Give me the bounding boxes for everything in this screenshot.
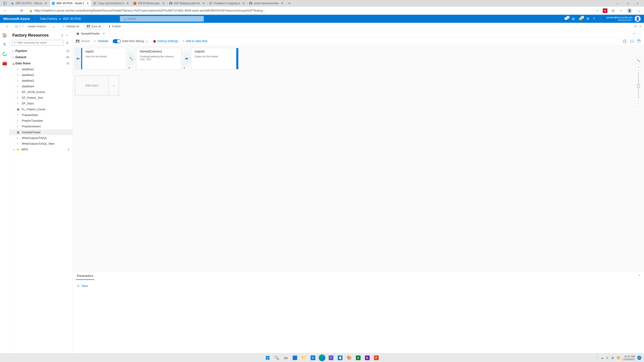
tree-item-dataflow1[interactable]: ᚼdataflow1 [10,66,72,72]
wifi-icon[interactable]: 📶 [617,356,620,359]
browser-tab-5[interactable]: Flowlets in mapping d ✕ [208,0,247,6]
tree-item-prepfortranslate[interactable]: ᚼPrepforTranslate [10,118,72,124]
section-dataflows[interactable]: ◢ Data flows 15 [10,60,72,66]
close-icon[interactable]: ✕ [103,32,105,35]
battery-icon[interactable]: 🔋 [606,356,609,359]
excel-button[interactable]: X [355,355,362,361]
tray-expand-icon[interactable]: ⌃ [596,356,598,359]
chevron-down-icon[interactable]: ⌄ [108,76,118,95]
tree-item-dataflow3[interactable]: ᚼdataflow3 [10,78,72,84]
azure-brand[interactable]: Microsoft Azure [3,17,30,21]
minimize-button[interactable]: — [612,0,622,7]
more-icon[interactable]: ⋯ [638,32,641,35]
azure-search[interactable]: 🔍 [120,16,204,22]
search-button[interactable]: 🔍 [273,355,280,361]
task-view-button[interactable]: ▭ [282,355,289,361]
tree-item-writeoutputstosql[interactable]: ᚼWriteOutputsToSQL [10,135,72,141]
close-icon[interactable]: ✕ [242,1,245,5]
forward-button[interactable]: → [10,8,16,14]
validate-all-button[interactable]: ✓ Validate all [60,24,81,29]
adblock-icon[interactable]: 11 [603,8,608,13]
favorites-icon[interactable]: ✩ [619,8,624,13]
start-button[interactable] [264,355,271,361]
code-icon[interactable]: { } [630,39,634,43]
add-input-button[interactable]: Add Input ⌄ [75,75,119,95]
expand-icon[interactable]: ⤢ [633,32,635,35]
tree-item-df_patient_test[interactable]: ᚼDF_Patient_Test [10,95,72,101]
expand-rail-icon[interactable]: » [2,25,12,28]
settings-icon[interactable]: ⚙ [586,17,589,21]
search-canvas-button[interactable]: 🔍 [636,58,641,63]
preview-icon[interactable]: 🗔 [637,39,641,43]
outlook-button[interactable]: O [310,355,316,361]
back-button[interactable]: ← [2,8,8,14]
tab-parameters[interactable]: Parameters [76,272,94,280]
tree-item-writeoutputstosql_new[interactable]: ᚼWriteOutputsToSQL_New [10,141,72,147]
notifications-icon[interactable]: 🔔2 [578,17,582,21]
tree-item-fl_patient_cache[interactable]: ▦FL_Patient_Cache [10,106,72,112]
zoom-in-button[interactable]: + [636,64,641,70]
close-icon[interactable]: ✕ [86,1,90,5]
section-dataset[interactable]: ▷ Dataset 56 [10,54,72,60]
manage-icon[interactable]: 🧰 [2,60,8,66]
close-icon[interactable]: ✕ [280,1,284,5]
powerpoint-button[interactable]: P [373,355,380,361]
notification-count[interactable]: 20 [637,356,641,360]
directories-icon[interactable]: ⊞ [572,17,575,21]
browser-tab-0[interactable]: ADF-JO-POC - Micros ✕ [9,0,50,6]
tab-manager-button[interactable] [1,0,9,7]
teams-button[interactable]: T [328,355,334,361]
close-icon[interactable]: ✕ [202,1,206,5]
home-icon[interactable]: 🏠 [2,32,8,38]
zoom-slider[interactable] [638,72,639,99]
pin-icon[interactable]: ⟨⟩ [60,33,64,37]
clock[interactable]: 10:47 AM 11/24/2021 [622,355,635,361]
help-icon[interactable]: ? [593,17,595,21]
browser-tab-3[interactable]: P PM DI Mocks.pptx ✕ [132,0,167,6]
flow-canvas[interactable]: input1 Input for the flowlet. + DerivedC… [72,45,644,271]
close-icon[interactable]: ✕ [44,1,48,5]
browser-tab-6[interactable]: azure-docs/overview ✕ [248,0,286,6]
copy-icon[interactable]: 📋 [622,39,627,43]
delete-icon[interactable]: 🗑 [639,25,642,28]
tree-item-preparedata[interactable]: ᚼPrepareData [10,112,72,118]
reader-icon[interactable]: ✩ [596,9,598,12]
feedback-icon[interactable]: 👤 [598,17,603,21]
publish-button[interactable]: ⬆ Publish [106,24,122,29]
browser-tab-2[interactable]: Copy and transform d ✕ [92,0,131,6]
edge-button[interactable] [319,355,325,361]
paint-button[interactable]: 🎨 [346,355,352,361]
tree-item-df_stars[interactable]: ᚼDF_Stars [10,101,72,106]
debug-toggle[interactable]: Data flow debug [113,39,148,43]
save-all-button[interactable]: 💾 Save all [84,24,103,29]
branch-selector[interactable]: master branch ⌄ [25,24,57,29]
close-icon[interactable]: ✕ [126,1,130,5]
refresh-button[interactable]: ⟳ [19,8,25,14]
zoom-out-button[interactable]: − [636,101,641,107]
close-icon[interactable]: ✕ [162,1,165,5]
folder-wps[interactable]: ▷ 📁 WPS 1 [10,147,72,152]
onedrive-icon[interactable]: ☁ [601,356,604,359]
collapse-panel-icon[interactable]: ⌃ [638,274,641,278]
collapse-icon[interactable]: « [64,33,69,37]
tree-item-prepsentiment[interactable]: ᚼPrepSentiment [10,124,72,129]
user-menu[interactable]: joowen@microsoft.com MICROSOFT 👤 [606,16,641,22]
tree-item-dataflow2[interactable]: ᚼdataflow2 [10,72,72,78]
panel-resize-handle[interactable]: ▬ [356,270,361,271]
node-input1[interactable]: input1 Input for the flowlet. + [81,48,126,69]
new-parameter-button[interactable]: + New [77,284,639,288]
vscode-button[interactable] [337,355,344,361]
tree-item-df_json_events[interactable]: ᚼDF_JSON_Events [10,89,72,95]
menu-icon[interactable]: ⋯● [636,8,640,13]
node-derivedcolumn1[interactable]: DerivedColumn1 Creating/updating the col… [136,48,182,69]
node-output1[interactable]: output1 Output for the flowlet. [191,48,236,69]
extensions-icon[interactable] [611,8,616,13]
browser-tab-4[interactable]: ADF Mapping data flo ✕ [168,0,207,6]
debug-settings-button[interactable]: 🐞 Debug Settings [152,39,178,43]
onenote-button[interactable]: N [364,355,371,361]
maximize-button[interactable]: ▢ [622,0,632,7]
filter-text-input[interactable] [17,41,62,44]
section-pipeline[interactable]: ▷ Pipeline 15 [10,48,72,54]
breadcrumb-leaf[interactable]: ADF-JO-POC [63,17,81,21]
new-tab-button[interactable]: + [286,0,293,7]
